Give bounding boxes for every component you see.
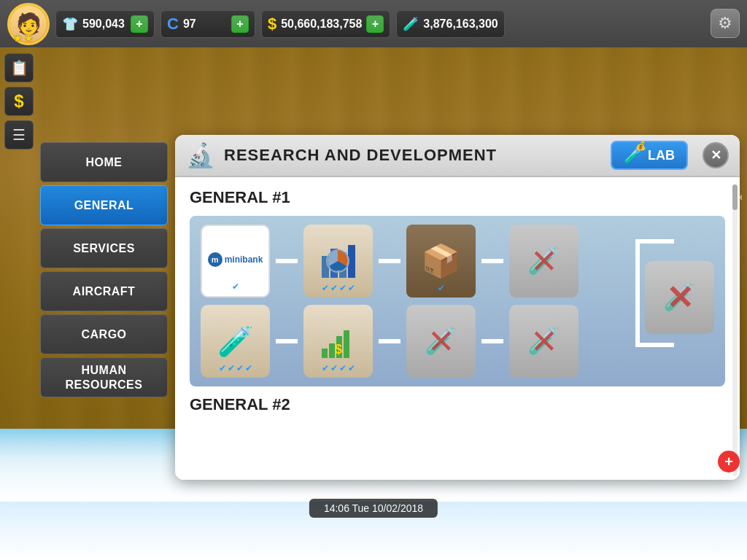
lab-label: LAB: [648, 148, 675, 163]
research-item-flask-end[interactable]: 🧪 ✕: [645, 261, 714, 334]
menu-icon-button[interactable]: ☰: [4, 120, 34, 149]
section2-title: GENERAL #2: [190, 395, 725, 414]
currency-money-block: $ 50,660,183,758 +: [261, 10, 390, 38]
research-item-flask-r2-1[interactable]: 🧪 ✕: [406, 305, 476, 378]
connector-1: [276, 259, 298, 263]
nav-human-resources-button[interactable]: HUMAN RESOURCES: [40, 357, 168, 397]
shirts-icon: 👕: [62, 16, 78, 32]
desktop: 🧑 ★ ★ 👕 590,043 + C 97 + $ 50,660,183,75…: [0, 0, 747, 560]
shirts-add-button[interactable]: +: [131, 15, 148, 33]
nav-services-button[interactable]: SERVICES: [40, 228, 168, 268]
research-item-minibank[interactable]: m minibank ✔: [201, 225, 270, 298]
science-icon: 🧪: [403, 16, 419, 32]
lab-flask-icon: 🧪💰: [624, 147, 642, 164]
research-item-flask-r1[interactable]: 🧪 ✕: [509, 225, 578, 298]
research-item-dollar-chart[interactable]: $ ✔ ✔ ✔ ✔: [303, 305, 373, 378]
h-connector-top: [640, 239, 674, 244]
connector-2: [379, 259, 400, 263]
status-text: 14:06 Tue 10/02/2018: [324, 502, 423, 514]
research-grid-section1: m minibank ✔: [190, 216, 725, 386]
credits-value: 97: [183, 18, 227, 31]
red-plus-button[interactable]: +: [718, 451, 740, 472]
nav-aircraft-button[interactable]: AIRCRAFT: [40, 271, 168, 311]
connector-4: [276, 339, 298, 343]
panel-title: RESEARCH AND DEVELOPMENT: [224, 146, 602, 165]
top-bar: 🧑 ★ ★ 👕 590,043 + C 97 + $ 50,660,183,75…: [0, 0, 747, 47]
connector-6: [481, 339, 503, 343]
h-connector-bottom: [640, 343, 674, 347]
v-branch-line: [635, 239, 640, 347]
credits-icon: C: [167, 15, 179, 34]
shirts-value: 590,043: [82, 18, 126, 31]
panel-content: GENERAL #1 m minibank: [175, 177, 740, 480]
panel-header: 🔬 RESEARCH AND DEVELOPMENT 🧪💰 LAB ✕: [175, 135, 740, 177]
main-panel: 🔬 RESEARCH AND DEVELOPMENT 🧪💰 LAB ✕ GENE…: [175, 135, 740, 480]
money-add-button[interactable]: +: [366, 15, 384, 33]
connector-3: [481, 259, 503, 263]
credits-add-button[interactable]: +: [231, 15, 249, 33]
science-value: 3,876,163,300: [423, 18, 498, 31]
research-item-crate[interactable]: 📦 ✔: [406, 225, 476, 298]
research-item-building[interactable]: ✔ ✔ ✔ ✔: [303, 225, 373, 298]
money-icon: $: [268, 15, 276, 34]
svg-rect-5: [322, 349, 328, 358]
currency-shirts-block: 👕 590,043 +: [55, 10, 155, 38]
stars-container: ★ ★: [13, 32, 34, 44]
connector-5: [379, 339, 400, 343]
research-item-flask-r2-2[interactable]: 🧪 ✕: [509, 305, 578, 378]
svg-text:$: $: [334, 342, 341, 357]
currency-science-block: 🧪 3,876,163,300: [396, 10, 504, 38]
svg-rect-6: [329, 343, 335, 358]
clipboard-icon-button[interactable]: 📋: [4, 53, 34, 82]
status-bar: 14:06 Tue 10/02/2018: [309, 499, 438, 518]
money-value: 50,660,183,758: [281, 18, 362, 31]
lab-button[interactable]: 🧪💰 LAB: [611, 141, 688, 170]
settings-button[interactable]: ⚙: [711, 9, 740, 38]
research-item-flask-blue[interactable]: 🧪 ✔ ✔ ✔ ✔: [201, 305, 270, 378]
currency-credits-block: C 97 +: [160, 10, 255, 38]
star-2: ★: [24, 32, 34, 44]
dollar-icon-button[interactable]: $: [4, 87, 34, 116]
svg-rect-8: [344, 330, 349, 358]
close-button[interactable]: ✕: [703, 142, 729, 168]
left-sidebar: 📋 $ ☰: [0, 47, 40, 155]
microscope-icon: 🔬: [186, 141, 215, 169]
nav-general-button[interactable]: GENERAL: [40, 185, 168, 225]
section1-title: GENERAL #1: [190, 188, 725, 207]
star-1: ★: [13, 32, 23, 44]
nav-sidebar: HOME GENERAL SERVICES AIRCRAFT CARGO HUM…: [40, 142, 175, 397]
nav-home-button[interactable]: HOME: [40, 142, 168, 182]
nav-cargo-button[interactable]: CARGO: [40, 314, 168, 354]
